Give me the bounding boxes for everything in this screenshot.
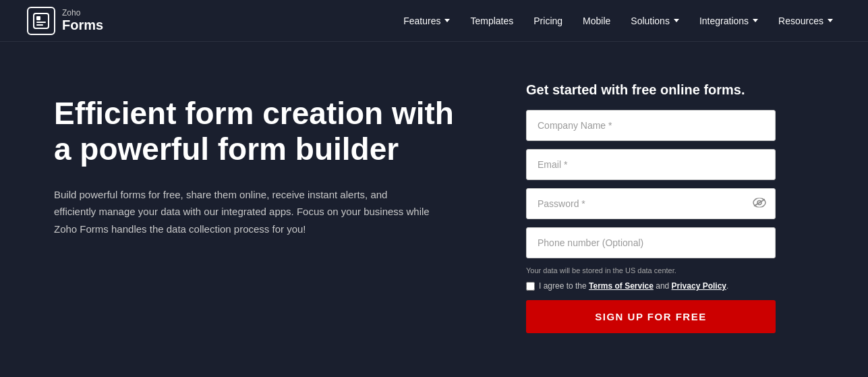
chevron-down-icon (753, 19, 758, 22)
privacy-policy-link[interactable]: Privacy Policy (672, 281, 726, 291)
company-field-group (526, 110, 776, 141)
signup-button[interactable]: SIGN UP FOR FREE (526, 300, 776, 333)
terms-text: I agree to the Terms of Service and Priv… (539, 281, 728, 291)
nav-item-templates[interactable]: Templates (462, 10, 521, 32)
nav-item-integrations[interactable]: Integrations (691, 10, 766, 32)
nav-link-integrations[interactable]: Integrations (691, 10, 766, 32)
svg-rect-0 (34, 13, 49, 28)
navbar: Zoho Forms Features Templates Pricing Mo… (0, 0, 868, 42)
data-notice: Your data will be stored in the US data … (526, 266, 776, 274)
nav-item-features[interactable]: Features (395, 10, 458, 32)
phone-field-group (526, 227, 776, 258)
company-name-input[interactable] (526, 110, 776, 141)
terms-of-service-link[interactable]: Terms of Service (589, 281, 654, 291)
hero-section: Efficient form creation with a powerful … (54, 82, 472, 237)
main-content: Efficient form creation with a powerful … (0, 42, 868, 360)
logo-zoho-label: Zoho (62, 9, 103, 18)
password-field-group (526, 188, 776, 219)
nav-item-resources[interactable]: Resources (770, 10, 841, 32)
nav-item-solutions[interactable]: Solutions (623, 10, 687, 32)
nav-item-mobile[interactable]: Mobile (575, 10, 618, 32)
phone-input[interactable] (526, 227, 776, 258)
logo-icon (27, 7, 55, 35)
logo-text: Zoho Forms (62, 9, 103, 32)
nav-links: Features Templates Pricing Mobile Soluti… (395, 10, 841, 32)
signup-section: Get started with free online forms. Your… (526, 82, 776, 333)
nav-link-mobile[interactable]: Mobile (575, 10, 618, 32)
nav-link-pricing[interactable]: Pricing (525, 10, 571, 32)
chevron-down-icon (444, 19, 450, 22)
chevron-down-icon (674, 19, 679, 22)
nav-link-solutions[interactable]: Solutions (623, 10, 687, 32)
svg-rect-1 (36, 16, 40, 20)
email-field-group (526, 149, 776, 180)
logo-forms-label: Forms (62, 18, 103, 32)
terms-checkbox[interactable] (526, 282, 535, 291)
svg-rect-2 (36, 22, 46, 23)
hero-description: Build powerful forms for free, share the… (54, 186, 432, 238)
password-input[interactable] (526, 188, 776, 219)
nav-link-features[interactable]: Features (395, 10, 458, 32)
signup-title: Get started with free online forms. (526, 82, 776, 98)
chevron-down-icon (828, 19, 833, 22)
email-input[interactable] (526, 149, 776, 180)
hero-title: Efficient form creation with a powerful … (54, 96, 472, 167)
terms-row: I agree to the Terms of Service and Priv… (526, 281, 776, 291)
nav-link-resources[interactable]: Resources (770, 10, 841, 32)
logo[interactable]: Zoho Forms (27, 7, 103, 35)
svg-rect-3 (36, 24, 43, 26)
password-toggle-icon[interactable] (753, 197, 766, 211)
nav-item-pricing[interactable]: Pricing (525, 10, 571, 32)
nav-link-templates[interactable]: Templates (462, 10, 521, 32)
